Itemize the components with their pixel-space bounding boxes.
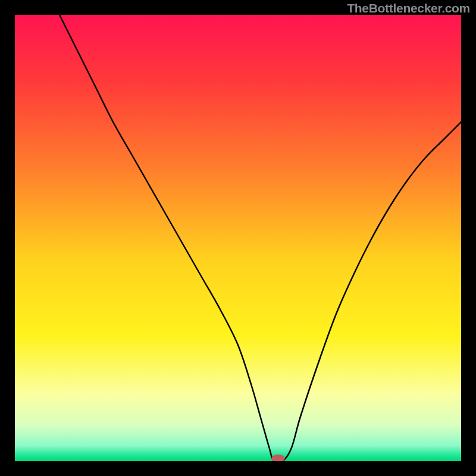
chart-container: TheBottlenecker.com [0, 0, 476, 476]
gradient-background [15, 15, 461, 461]
attribution-label: TheBottlenecker.com [347, 1, 470, 15]
plot-area [15, 15, 461, 461]
chart-svg [15, 15, 461, 461]
